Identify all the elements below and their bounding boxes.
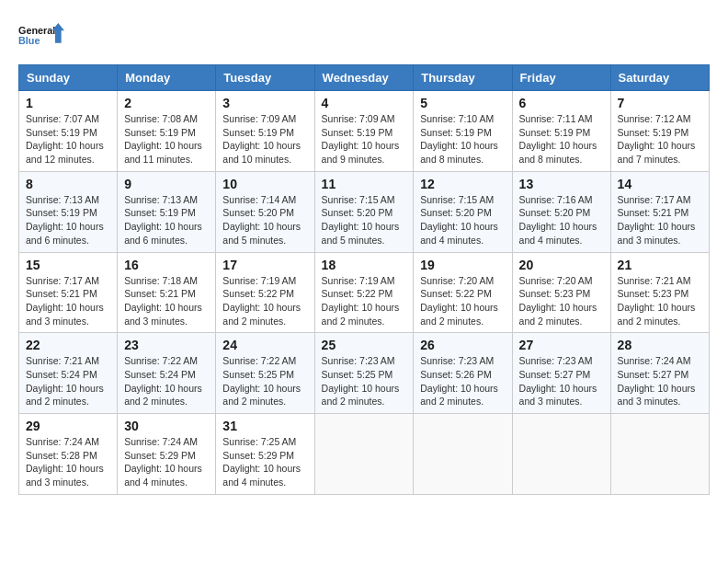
calendar-cell: 2Sunrise: 7:08 AMSunset: 5:19 PMDaylight… <box>118 91 216 172</box>
day-info: Sunrise: 7:08 AMSunset: 5:19 PMDaylight:… <box>124 113 202 165</box>
logo: General Blue <box>18 18 64 55</box>
day-info: Sunrise: 7:22 AMSunset: 5:25 PMDaylight:… <box>222 355 301 407</box>
header-friday: Friday <box>512 65 610 91</box>
day-info: Sunrise: 7:24 AMSunset: 5:29 PMDaylight:… <box>124 436 202 488</box>
day-number: 19 <box>420 258 505 272</box>
calendar-cell: 30Sunrise: 7:24 AMSunset: 5:29 PMDayligh… <box>118 414 216 495</box>
header-tuesday: Tuesday <box>216 65 314 91</box>
day-number: 10 <box>222 177 307 191</box>
day-number: 31 <box>222 419 307 433</box>
header-thursday: Thursday <box>414 65 512 91</box>
day-info: Sunrise: 7:14 AMSunset: 5:20 PMDaylight:… <box>222 194 301 246</box>
day-info: Sunrise: 7:13 AMSunset: 5:19 PMDaylight:… <box>124 194 202 246</box>
day-number: 22 <box>26 338 110 352</box>
day-number: 21 <box>618 258 702 272</box>
calendar-week-row: 1Sunrise: 7:07 AMSunset: 5:19 PMDaylight… <box>19 91 710 172</box>
day-info: Sunrise: 7:09 AMSunset: 5:19 PMDaylight:… <box>322 113 400 165</box>
calendar-week-row: 8Sunrise: 7:13 AMSunset: 5:19 PMDaylight… <box>19 171 710 252</box>
calendar-cell: 6Sunrise: 7:11 AMSunset: 5:19 PMDaylight… <box>512 91 610 172</box>
day-info: Sunrise: 7:12 AMSunset: 5:19 PMDaylight:… <box>618 113 696 165</box>
day-number: 20 <box>519 258 604 272</box>
day-number: 2 <box>124 96 209 110</box>
header: General Blue <box>18 18 710 55</box>
day-number: 5 <box>420 96 505 110</box>
svg-text:Blue: Blue <box>18 35 40 46</box>
day-info: Sunrise: 7:20 AMSunset: 5:22 PMDaylight:… <box>420 275 498 327</box>
day-number: 23 <box>124 338 209 352</box>
calendar-cell: 20Sunrise: 7:20 AMSunset: 5:23 PMDayligh… <box>512 252 610 333</box>
calendar-cell: 31Sunrise: 7:25 AMSunset: 5:29 PMDayligh… <box>216 414 314 495</box>
calendar-cell <box>314 414 414 495</box>
day-number: 30 <box>124 419 209 433</box>
day-number: 1 <box>26 96 110 110</box>
day-info: Sunrise: 7:20 AMSunset: 5:23 PMDaylight:… <box>519 275 597 327</box>
calendar-cell: 8Sunrise: 7:13 AMSunset: 5:19 PMDaylight… <box>19 171 118 252</box>
calendar-week-row: 29Sunrise: 7:24 AMSunset: 5:28 PMDayligh… <box>19 414 710 495</box>
day-number: 24 <box>222 338 307 352</box>
header-saturday: Saturday <box>610 65 709 91</box>
day-number: 16 <box>124 258 209 272</box>
calendar-cell: 18Sunrise: 7:19 AMSunset: 5:22 PMDayligh… <box>314 252 414 333</box>
day-number: 13 <box>519 177 604 191</box>
calendar-cell: 12Sunrise: 7:15 AMSunset: 5:20 PMDayligh… <box>414 171 512 252</box>
day-info: Sunrise: 7:23 AMSunset: 5:27 PMDaylight:… <box>519 355 597 407</box>
calendar-cell: 7Sunrise: 7:12 AMSunset: 5:19 PMDaylight… <box>610 91 709 172</box>
day-info: Sunrise: 7:23 AMSunset: 5:25 PMDaylight:… <box>322 355 400 407</box>
calendar-cell: 28Sunrise: 7:24 AMSunset: 5:27 PMDayligh… <box>610 333 709 414</box>
day-number: 15 <box>26 258 110 272</box>
day-info: Sunrise: 7:25 AMSunset: 5:29 PMDaylight:… <box>222 436 301 488</box>
day-number: 18 <box>322 258 407 272</box>
day-number: 4 <box>322 96 407 110</box>
svg-text:General: General <box>18 25 55 36</box>
day-number: 29 <box>26 419 110 433</box>
calendar-cell: 17Sunrise: 7:19 AMSunset: 5:22 PMDayligh… <box>216 252 314 333</box>
day-number: 25 <box>322 338 407 352</box>
day-info: Sunrise: 7:17 AMSunset: 5:21 PMDaylight:… <box>618 194 696 246</box>
day-number: 11 <box>322 177 407 191</box>
calendar-cell: 24Sunrise: 7:22 AMSunset: 5:25 PMDayligh… <box>216 333 314 414</box>
calendar-cell: 14Sunrise: 7:17 AMSunset: 5:21 PMDayligh… <box>610 171 709 252</box>
day-info: Sunrise: 7:13 AMSunset: 5:19 PMDaylight:… <box>26 194 104 246</box>
logo-svg: General Blue <box>18 18 64 55</box>
day-info: Sunrise: 7:10 AMSunset: 5:19 PMDaylight:… <box>420 113 498 165</box>
calendar-cell: 1Sunrise: 7:07 AMSunset: 5:19 PMDaylight… <box>19 91 118 172</box>
day-info: Sunrise: 7:11 AMSunset: 5:19 PMDaylight:… <box>519 113 597 165</box>
calendar-cell <box>610 414 709 495</box>
day-info: Sunrise: 7:07 AMSunset: 5:19 PMDaylight:… <box>26 113 104 165</box>
header-monday: Monday <box>118 65 216 91</box>
calendar-week-row: 15Sunrise: 7:17 AMSunset: 5:21 PMDayligh… <box>19 252 710 333</box>
calendar-cell <box>512 414 610 495</box>
calendar-cell: 11Sunrise: 7:15 AMSunset: 5:20 PMDayligh… <box>314 171 414 252</box>
day-info: Sunrise: 7:17 AMSunset: 5:21 PMDaylight:… <box>26 275 104 327</box>
day-info: Sunrise: 7:15 AMSunset: 5:20 PMDaylight:… <box>420 194 498 246</box>
header-sunday: Sunday <box>19 65 118 91</box>
day-number: 8 <box>26 177 110 191</box>
day-number: 26 <box>420 338 505 352</box>
calendar-cell: 13Sunrise: 7:16 AMSunset: 5:20 PMDayligh… <box>512 171 610 252</box>
day-number: 7 <box>618 96 702 110</box>
day-info: Sunrise: 7:21 AMSunset: 5:24 PMDaylight:… <box>26 355 104 407</box>
calendar-cell: 4Sunrise: 7:09 AMSunset: 5:19 PMDaylight… <box>314 91 414 172</box>
calendar-cell: 16Sunrise: 7:18 AMSunset: 5:21 PMDayligh… <box>118 252 216 333</box>
day-info: Sunrise: 7:19 AMSunset: 5:22 PMDaylight:… <box>222 275 301 327</box>
calendar-cell: 9Sunrise: 7:13 AMSunset: 5:19 PMDaylight… <box>118 171 216 252</box>
calendar-cell: 5Sunrise: 7:10 AMSunset: 5:19 PMDaylight… <box>414 91 512 172</box>
calendar-cell: 22Sunrise: 7:21 AMSunset: 5:24 PMDayligh… <box>19 333 118 414</box>
day-number: 3 <box>222 96 307 110</box>
calendar-cell: 29Sunrise: 7:24 AMSunset: 5:28 PMDayligh… <box>19 414 118 495</box>
calendar-cell <box>414 414 512 495</box>
day-info: Sunrise: 7:09 AMSunset: 5:19 PMDaylight:… <box>222 113 301 165</box>
calendar-cell: 26Sunrise: 7:23 AMSunset: 5:26 PMDayligh… <box>414 333 512 414</box>
calendar-cell: 21Sunrise: 7:21 AMSunset: 5:23 PMDayligh… <box>610 252 709 333</box>
day-info: Sunrise: 7:22 AMSunset: 5:24 PMDaylight:… <box>124 355 202 407</box>
calendar-cell: 25Sunrise: 7:23 AMSunset: 5:25 PMDayligh… <box>314 333 414 414</box>
day-info: Sunrise: 7:23 AMSunset: 5:26 PMDaylight:… <box>420 355 498 407</box>
calendar-cell: 10Sunrise: 7:14 AMSunset: 5:20 PMDayligh… <box>216 171 314 252</box>
day-number: 27 <box>519 338 604 352</box>
day-number: 28 <box>618 338 702 352</box>
header-wednesday: Wednesday <box>314 65 414 91</box>
day-info: Sunrise: 7:19 AMSunset: 5:22 PMDaylight:… <box>322 275 400 327</box>
calendar-cell: 19Sunrise: 7:20 AMSunset: 5:22 PMDayligh… <box>414 252 512 333</box>
calendar-cell: 23Sunrise: 7:22 AMSunset: 5:24 PMDayligh… <box>118 333 216 414</box>
calendar-cell: 27Sunrise: 7:23 AMSunset: 5:27 PMDayligh… <box>512 333 610 414</box>
